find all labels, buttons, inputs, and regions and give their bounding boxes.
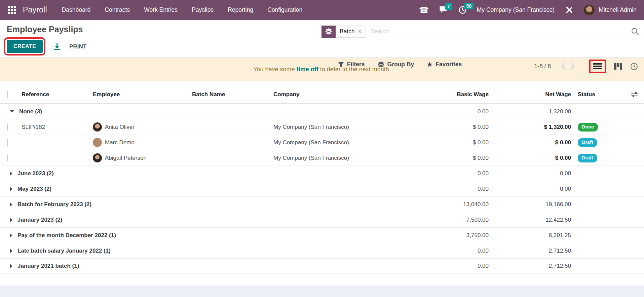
group-caret-icon[interactable]: [10, 110, 14, 113]
status-badge: Draft: [578, 154, 597, 162]
group-caret-icon[interactable]: [10, 218, 12, 222]
layers-icon: [378, 62, 384, 68]
group-caret-icon[interactable]: [10, 249, 12, 253]
app-name[interactable]: Payroll: [23, 5, 47, 14]
column-options-icon[interactable]: [626, 91, 644, 98]
group-caret-icon[interactable]: [10, 172, 12, 176]
group-basic-wage: 0.00: [388, 108, 493, 115]
payslip-list: Reference Employee Batch Name Company Ba…: [0, 85, 644, 274]
search-icon[interactable]: [631, 27, 639, 36]
row-reference: SLIP/182: [22, 124, 93, 131]
action-buttons: CREATE PRINT: [7, 40, 87, 53]
search-input[interactable]: [366, 28, 631, 35]
row-net-wage: $ 1,320.00: [493, 124, 575, 131]
main-menu: Dashboard Contracts Work Entries Payslip…: [62, 6, 303, 13]
row-company: My Company (San Francisco): [273, 139, 388, 146]
menu-payslips[interactable]: Payslips: [192, 6, 214, 13]
row-company: My Company (San Francisco): [273, 155, 388, 161]
apps-grid-icon[interactable]: [5, 6, 20, 14]
header-basic-wage[interactable]: Basic Wage: [388, 91, 493, 98]
create-button[interactable]: CREATE: [7, 40, 43, 53]
group-row[interactable]: May 2023 (2) 0.00 0.00: [0, 181, 644, 196]
group-label: Batch for February 2023 (2): [17, 201, 91, 208]
row-checkbox[interactable]: [7, 139, 8, 146]
status-badge: Done: [578, 123, 598, 132]
group-basic-wage: 0.00: [388, 186, 493, 192]
menu-contracts[interactable]: Contracts: [105, 6, 130, 13]
payslip-row[interactable]: SLIP/182 Anita Oliver My Company (San Fr…: [0, 119, 644, 135]
voip-phone-icon[interactable]: ☎: [419, 6, 429, 14]
status-badge: Draft: [578, 138, 597, 147]
group-net-wage: 0.00: [493, 186, 575, 192]
group-net-wage: 6,201.25: [493, 232, 575, 239]
activity-view-button[interactable]: [630, 63, 638, 70]
employee-name: Abigail Peterson: [105, 155, 147, 161]
group-basic-wage: 0.00: [388, 248, 493, 254]
pager-and-views: 1-8 / 8: [534, 60, 644, 73]
funnel-icon: [338, 62, 344, 68]
group-row[interactable]: January 2023 (2) 7,500.00 12,422.50: [0, 212, 644, 227]
group-row[interactable]: Late batch salary January 2022 (1) 0.00 …: [0, 243, 644, 258]
group-net-wage: 19,166.00: [493, 201, 575, 208]
company-switcher[interactable]: My Company (San Francisco): [477, 6, 555, 13]
messages-icon[interactable]: 7: [439, 6, 448, 14]
payslip-row[interactable]: Abigail Peterson My Company (San Francis…: [0, 150, 644, 165]
footer-strip: [0, 286, 644, 297]
header-company[interactable]: Company: [273, 91, 388, 98]
kanban-view-icon: [614, 63, 622, 70]
menu-reporting[interactable]: Reporting: [228, 6, 253, 13]
menu-work-entries[interactable]: Work Entries: [144, 6, 178, 13]
employee-avatar: [93, 153, 102, 162]
time-off-link[interactable]: time off: [297, 66, 318, 73]
list-view-button[interactable]: [589, 60, 606, 73]
header-reference[interactable]: Reference: [22, 91, 93, 98]
export-download-icon[interactable]: [53, 43, 61, 50]
menu-dashboard[interactable]: Dashboard: [62, 6, 91, 13]
group-by-button[interactable]: Group By: [378, 61, 414, 68]
group-net-wage: 1,320.00: [493, 108, 575, 115]
group-net-wage: 0.00: [493, 170, 575, 177]
group-basic-wage: 3,750.00: [388, 232, 493, 239]
filters-button[interactable]: Filters: [338, 61, 365, 68]
group-row[interactable]: January 2021 batch (1) 0.00 2,712.50: [0, 258, 644, 274]
activities-icon[interactable]: 58: [458, 6, 467, 14]
pager-previous-icon[interactable]: [558, 63, 568, 70]
group-row[interactable]: June 2023 (2) 0.00 0.00: [0, 165, 644, 181]
group-label: May 2023 (2): [17, 186, 51, 192]
header-batch-name[interactable]: Batch Name: [192, 91, 273, 98]
header-employee[interactable]: Employee: [93, 91, 192, 98]
group-basic-wage: 7,500.00: [388, 217, 493, 223]
list-view-icon: [593, 63, 602, 70]
page-title: Employee Payslips: [7, 25, 83, 34]
group-label: Late batch salary January 2022 (1): [17, 248, 111, 254]
kanban-view-button[interactable]: [614, 63, 622, 70]
pager-next-icon[interactable]: [568, 63, 578, 70]
facet-remove-icon[interactable]: ×: [358, 28, 362, 35]
payslip-row[interactable]: Marc Demo My Company (San Francisco) $ 0…: [0, 135, 644, 150]
favorites-button[interactable]: ★ Favorites: [427, 61, 462, 68]
search-facet-batch[interactable]: Batch ×: [321, 26, 366, 38]
row-checkbox[interactable]: [7, 154, 8, 161]
header-status[interactable]: Status: [575, 91, 626, 98]
group-row[interactable]: None (3) 0.00 1,320.00: [0, 104, 644, 119]
print-button[interactable]: PRINT: [69, 43, 87, 50]
select-all-checkbox[interactable]: [7, 91, 8, 98]
group-row[interactable]: Batch for February 2023 (2) 13,040.00 19…: [0, 196, 644, 212]
group-caret-icon[interactable]: [10, 233, 12, 237]
debug-tools-icon[interactable]: [565, 5, 574, 14]
topbar-systray: ☎ 7 58 My Company (San Francisco) Mitche…: [419, 5, 637, 15]
user-avatar[interactable]: [584, 5, 595, 15]
group-by-facet-icon: [321, 26, 336, 38]
group-net-wage: 2,712.50: [493, 248, 575, 254]
row-checkbox[interactable]: [7, 123, 8, 131]
group-caret-icon[interactable]: [10, 264, 12, 268]
user-menu[interactable]: Mitchell Admin: [599, 6, 637, 13]
group-label: January 2021 batch (1): [17, 263, 79, 269]
group-caret-icon[interactable]: [10, 187, 12, 191]
header-net-wage[interactable]: Net Wage: [493, 91, 575, 98]
row-net-wage: $ 0.00: [493, 139, 575, 146]
menu-configuration[interactable]: Configuration: [267, 6, 302, 13]
group-row[interactable]: Pay of the month December 2022 (1) 3,750…: [0, 227, 644, 243]
group-caret-icon[interactable]: [10, 202, 12, 207]
group-net-wage: 2,712.50: [493, 263, 575, 269]
